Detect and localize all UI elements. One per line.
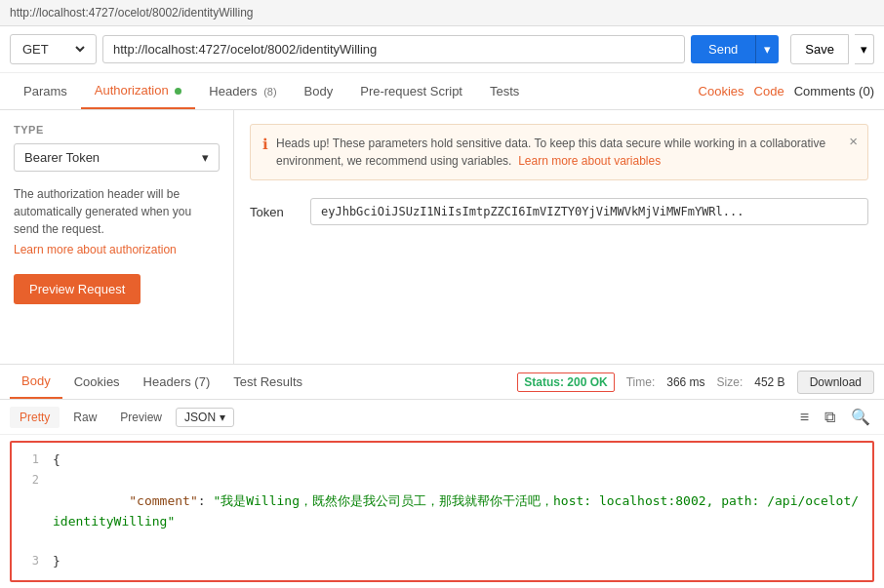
cookies-link[interactable]: Cookies [699,84,744,98]
format-tab-raw[interactable]: Raw [63,407,106,428]
type-label: TYPE [14,124,220,136]
learn-variables-link[interactable]: Learn more about variables [518,154,661,168]
preview-request-button[interactable]: Preview Request [14,274,141,304]
request-tabs: Params Authorization Headers (8) Body Pr… [0,73,884,110]
left-panel: TYPE Bearer Token ▾ The authorization he… [0,110,234,364]
tab-params[interactable]: Params [10,74,81,108]
tab-headers[interactable]: Headers (8) [195,74,290,108]
type-select[interactable]: Bearer Token ▾ [14,143,220,172]
notice-box: ℹ Heads up! These parameters hold sensit… [250,124,868,180]
notice-icon: ℹ [262,136,268,153]
format-tab-preview[interactable]: Preview [110,407,172,428]
response-area: Body Cookies Headers (7) Test Results St… [0,364,884,588]
wrap-lines-icon[interactable]: ≡ [796,407,813,428]
tab-active-dot [175,88,181,95]
format-bar: Pretty Raw Preview JSON ▾ ≡ ⧉ 🔍 [0,400,884,435]
format-chevron-icon: ▾ [220,411,225,424]
url-bar: GET POST PUT DELETE Send ▾ Save ▾ [0,26,884,73]
format-tab-pretty[interactable]: Pretty [10,407,60,428]
code-line-3: 3 } [12,552,872,572]
code-line-1: 1 { [12,451,872,471]
format-bar-right: ≡ ⧉ 🔍 [796,406,874,428]
time-value: 366 ms [666,375,704,389]
status-badge: Status: 200 OK [517,375,614,389]
url-input[interactable] [102,35,685,63]
token-label: Token [250,205,299,219]
notice-close-button[interactable]: × [849,133,858,149]
method-dropdown[interactable]: GET POST PUT DELETE [19,41,88,58]
tabs-right: Cookies Code Comments (0) [699,84,874,98]
token-input[interactable] [310,198,868,225]
comments-text: Comments (0) [794,84,874,98]
tab-tests[interactable]: Tests [476,74,533,108]
code-line-2: 2 "comment": "我是Willing，既然你是我公司员工，那我就帮你干… [12,471,872,552]
response-tab-body[interactable]: Body [10,365,62,399]
response-tab-headers[interactable]: Headers (7) [132,366,222,398]
code-area: 1 { 2 "comment": "我是Willing，既然你是我公司员工，那我… [10,441,874,582]
copy-icon[interactable]: ⧉ [821,407,839,428]
response-tab-tests[interactable]: Test Results [221,366,314,398]
size-label: Size: [717,375,743,389]
time-label: Time: [626,375,656,389]
format-type-select[interactable]: JSON ▾ [176,408,234,427]
size-value: 452 B [754,375,784,389]
notice-text: Heads up! These parameters hold sensitiv… [276,135,856,170]
learn-more-link[interactable]: Learn more about authorization [14,243,177,256]
response-status-area: Status: 200 OK Time: 366 ms Size: 452 B … [517,371,874,394]
download-button[interactable]: Download [797,371,874,394]
search-icon[interactable]: 🔍 [847,406,874,428]
send-btn-group: Send ▾ [691,35,779,63]
middle-section: TYPE Bearer Token ▾ The authorization he… [0,110,884,364]
save-button[interactable]: Save [790,34,849,64]
type-chevron-icon: ▾ [202,150,209,165]
title-url: http://localhost:4727/ocelot/8002/identi… [10,6,254,20]
tab-body[interactable]: Body [291,74,347,108]
response-tab-cookies[interactable]: Cookies [62,366,132,398]
token-row: Token [250,198,868,225]
send-button[interactable]: Send [691,35,755,63]
right-panel: ℹ Heads up! These parameters hold sensit… [234,110,884,364]
tab-prerequest[interactable]: Pre-request Script [346,74,476,108]
title-bar: http://localhost:4727/ocelot/8002/identi… [0,0,884,26]
send-dropdown-button[interactable]: ▾ [755,35,779,63]
response-tabs: Body Cookies Headers (7) Test Results St… [0,365,884,400]
save-dropdown-button[interactable]: ▾ [855,34,874,64]
info-text: The authorization header will be automat… [14,185,220,238]
code-link[interactable]: Code [754,84,784,98]
tab-authorization[interactable]: Authorization [81,73,196,109]
method-selector[interactable]: GET POST PUT DELETE [10,34,97,64]
